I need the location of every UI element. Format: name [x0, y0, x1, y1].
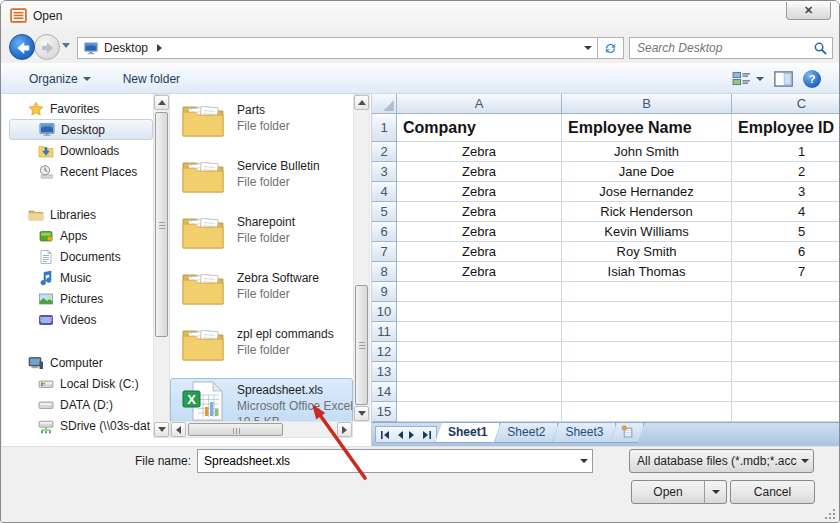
file-item-spreadsheet-xls[interactable]: XSpreadsheet.xlsMicrosoft Office Excel19…	[170, 378, 353, 426]
file-name: Spreadsheet.xls	[237, 382, 353, 398]
file-name-combo[interactable]	[197, 449, 593, 473]
open-split-dropdown[interactable]	[704, 480, 727, 504]
breadcrumb-arrow-icon[interactable]	[157, 44, 162, 52]
file-item-service-bulletin[interactable]: Service BulletinFile folder	[170, 154, 353, 198]
cell-b6: Kevin Williams	[562, 222, 732, 242]
insert-worksheet-icon	[621, 425, 634, 438]
forward-arrow-icon	[39, 39, 57, 57]
file-name-label: File name:	[1, 454, 191, 468]
file-name-dropdown-icon[interactable]	[576, 450, 592, 472]
open-button[interactable]: Open	[631, 480, 705, 504]
search-box[interactable]	[629, 37, 833, 59]
file-item-parts[interactable]: PartsFile folder	[170, 98, 353, 142]
scroll-left-button[interactable]	[171, 422, 186, 437]
scroll-down-button[interactable]	[354, 406, 369, 421]
sidebar-item-label: Pictures	[60, 292, 103, 306]
scroll-down-button[interactable]	[154, 422, 169, 437]
sheet-tab-sheet1[interactable]: Sheet1	[435, 423, 500, 443]
resize-grip[interactable]	[822, 506, 835, 519]
document-icon	[38, 249, 54, 265]
recent-icon	[38, 164, 54, 180]
folder-icon	[181, 269, 225, 309]
cell-c14	[732, 382, 840, 402]
sidebar-header-libraries[interactable]: Libraries	[9, 204, 153, 225]
sidebar-item-sdrive-03s-dat[interactable]: SDrive (\\03s-dat	[9, 415, 153, 436]
sheet-tabs: Sheet1Sheet2Sheet3	[441, 423, 616, 443]
back-button[interactable]	[9, 34, 35, 60]
spreadsheet-grid: ABC1CompanyEmployee NameEmployee ID2Zebr…	[372, 94, 840, 422]
breadcrumb-location[interactable]: Desktop	[104, 41, 148, 55]
first-sheet-button[interactable]	[380, 429, 391, 441]
sidebar-item-videos[interactable]: Videos	[9, 309, 153, 330]
cell-a4: Zebra	[397, 182, 562, 202]
open-dialog-window: Open ✕ Desktop O	[0, 0, 840, 523]
search-input[interactable]	[632, 39, 810, 57]
address-bar[interactable]: Desktop	[77, 37, 598, 59]
file-list-hscrollbar[interactable]	[170, 421, 353, 438]
sidebar-header-label: Libraries	[50, 208, 96, 222]
sidebar-scrollbar[interactable]	[153, 94, 170, 438]
file-type-combo[interactable]: All database files (*.mdb;*.accd	[629, 449, 814, 473]
disk-os-icon	[38, 376, 54, 392]
sidebar-item-pictures[interactable]: Pictures	[9, 288, 153, 309]
cell-b3: Jane Doe	[562, 162, 732, 182]
command-bar: Organize New folder ?	[1, 63, 839, 94]
scroll-up-button[interactable]	[354, 95, 369, 110]
sidebar-item-local-disk-c[interactable]: Local Disk (C:)	[9, 373, 153, 394]
recent-pages-chevron-icon[interactable]	[62, 43, 70, 48]
file-name: Service Bulletin	[237, 158, 320, 174]
sidebar-item-data-d[interactable]: DATA (D:)	[9, 394, 153, 415]
row-header-7: 7	[372, 242, 397, 262]
file-item-zpl-epl-commands[interactable]: zpl epl commandsFile folder	[170, 322, 353, 366]
sidebar-item-music[interactable]: Music	[9, 267, 153, 288]
sidebar-group-favorites: FavoritesDesktopDownloadsRecent Places	[9, 98, 153, 182]
views-button[interactable]	[732, 71, 764, 86]
sidebar-header-computer[interactable]: Computer	[9, 352, 153, 373]
last-sheet-button[interactable]	[421, 429, 432, 441]
organize-button[interactable]: Organize	[29, 72, 91, 86]
scrollbar-thumb[interactable]	[355, 285, 368, 405]
sheet-tab-sheet2[interactable]: Sheet2	[494, 423, 558, 443]
new-folder-button[interactable]: New folder	[123, 72, 180, 86]
refresh-button[interactable]	[598, 37, 624, 59]
folder-icon	[181, 101, 225, 141]
sidebar-item-recent-places[interactable]: Recent Places	[9, 161, 153, 182]
cell-b4: Jose Hernandez	[562, 182, 732, 202]
file-list-vscrollbar[interactable]	[353, 94, 370, 422]
views-icon	[732, 71, 751, 86]
sidebar-item-downloads[interactable]: Downloads	[9, 140, 153, 161]
sidebar-item-desktop[interactable]: Desktop	[9, 119, 153, 140]
address-dropdown-button[interactable]	[579, 38, 597, 58]
cell-c13	[732, 362, 840, 382]
prev-sheet-button[interactable]	[395, 429, 404, 441]
scroll-right-button[interactable]	[337, 422, 352, 437]
cancel-button[interactable]: Cancel	[730, 480, 815, 504]
sidebar-item-documents[interactable]: Documents	[9, 246, 153, 267]
file-type: File folder	[237, 342, 334, 358]
search-icon[interactable]	[813, 41, 828, 59]
file-name: Parts	[237, 102, 290, 118]
dialog-footer: File name: All database files (*.mdb;*.a…	[1, 446, 839, 522]
file-item-text: SharepointFile folder	[237, 213, 295, 246]
file-type: File folder	[237, 118, 290, 134]
file-item-zebra-software[interactable]: Zebra SoftwareFile folder	[170, 266, 353, 310]
help-button[interactable]: ?	[803, 70, 821, 88]
sidebar-header-favorites[interactable]: Favorites	[9, 98, 153, 119]
sidebar-item-apps[interactable]: Apps	[9, 225, 153, 246]
scrollbar-thumb[interactable]	[155, 112, 168, 337]
scrollbar-thumb[interactable]	[188, 423, 283, 436]
sheet-tab-sheet3[interactable]: Sheet3	[552, 423, 616, 443]
row-header-9: 9	[372, 282, 397, 302]
file-name-input[interactable]	[198, 451, 576, 471]
cell-c4: 3	[732, 182, 840, 202]
file-item-sharepoint[interactable]: SharepointFile folder	[170, 210, 353, 254]
cell-a1: Company	[397, 114, 562, 142]
apps-icon	[38, 228, 54, 244]
scroll-up-button[interactable]	[154, 95, 169, 110]
forward-button[interactable]	[34, 34, 60, 60]
cell-c11	[732, 322, 840, 342]
next-sheet-button[interactable]	[408, 429, 417, 441]
close-button[interactable]: ✕	[786, 2, 831, 20]
preview-pane-button[interactable]	[774, 71, 793, 87]
video-icon	[38, 312, 54, 328]
